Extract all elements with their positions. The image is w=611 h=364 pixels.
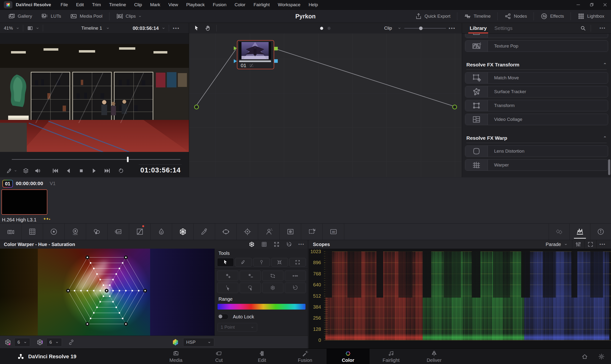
- menu-item-help[interactable]: Help: [309, 2, 318, 7]
- palette-power-window[interactable]: [215, 223, 237, 240]
- expand-panel-icon[interactable]: [273, 241, 280, 247]
- palette-color-match[interactable]: [22, 223, 43, 240]
- node-zoom-slider[interactable]: [404, 28, 446, 29]
- panel-toggle-info[interactable]: [590, 223, 611, 240]
- hue-range-bar[interactable]: [217, 304, 305, 310]
- tool-collapse[interactable]: [271, 258, 288, 267]
- clip-view-dot[interactable]: [320, 27, 323, 30]
- chevron-down-icon[interactable]: [106, 26, 110, 30]
- timeline-selector[interactable]: Timeline 1: [81, 26, 102, 31]
- menu-item-edit[interactable]: Edit: [76, 2, 84, 7]
- tool-pin[interactable]: [253, 258, 270, 267]
- menu-item-fusion[interactable]: Fusion: [213, 2, 226, 7]
- key-output[interactable]: [274, 59, 278, 63]
- rgb-output[interactable]: [274, 47, 278, 50]
- palette-hdr-grade[interactable]: HDR: [65, 223, 86, 240]
- menu-item-mark[interactable]: Mark: [150, 2, 160, 7]
- clip-thumbnail[interactable]: [1, 189, 47, 215]
- page-tab-fusion[interactable]: Fusion: [284, 349, 326, 364]
- viewer-timecode[interactable]: 00:03:56:14: [133, 26, 159, 31]
- viewer-options-menu[interactable]: •••: [173, 26, 180, 31]
- menu-item-davinci-resolve[interactable]: DaVinci Resolve: [16, 2, 51, 7]
- toolbar-button-effects[interactable]: Effects: [537, 10, 567, 23]
- toolbar-button-quick-export[interactable]: Quick Export: [412, 10, 454, 23]
- palette-rgb-mixer[interactable]: [86, 223, 108, 240]
- tool-point-chain[interactable]: [285, 271, 306, 281]
- panel-toggle-keyframes[interactable]: [549, 223, 570, 240]
- scope-expand-icon[interactable]: [584, 240, 597, 249]
- tool-swap-points[interactable]: [262, 271, 284, 281]
- palette-magic-mask[interactable]: [258, 223, 280, 240]
- tool-mesh-dots[interactable]: [262, 283, 284, 293]
- page-tab-fairlight[interactable]: Fairlight: [369, 349, 413, 364]
- split-screen-icon[interactable]: [27, 25, 33, 31]
- close-icon[interactable]: [602, 2, 608, 7]
- palette-color-warper[interactable]: [172, 223, 194, 240]
- menu-item-clip[interactable]: Clip: [134, 2, 142, 7]
- effect-item-match-move[interactable]: Match Move: [465, 72, 608, 84]
- toolbar-button-nodes[interactable]: Nodes: [501, 10, 530, 23]
- viewer-scrubber[interactable]: [12, 159, 180, 160]
- warper-options-menu[interactable]: •••: [298, 242, 305, 247]
- point-mode-dropdown[interactable]: 1 Point: [217, 323, 257, 332]
- node-options-menu[interactable]: •••: [449, 26, 456, 31]
- palette-color-slice[interactable]: [150, 223, 172, 240]
- effect-item-texture-pop[interactable]: Texture Pop: [465, 40, 608, 52]
- stop-icon[interactable]: [78, 168, 85, 174]
- output-endpoint[interactable]: [452, 105, 457, 109]
- chevron-down-icon[interactable]: [162, 26, 165, 30]
- minimize-icon[interactable]: [576, 2, 581, 7]
- link-divisions-icon[interactable]: [68, 339, 74, 345]
- palette-motion-effects[interactable]: [108, 223, 129, 240]
- effects-scrollbar[interactable]: [608, 159, 610, 175]
- page-tab-edit[interactable]: Edit: [241, 349, 284, 364]
- play-icon[interactable]: [91, 168, 97, 174]
- viewer-playhead[interactable]: [127, 157, 129, 162]
- effect-item-surface-tracker[interactable]: Surface Tracker: [465, 86, 608, 97]
- tool-select-line[interactable]: [217, 283, 238, 293]
- node-zoom-knob[interactable]: [419, 26, 423, 30]
- effect-item[interactable]: [465, 34, 608, 38]
- effect-item-lens-distortion[interactable]: Lens Distortion: [465, 145, 608, 157]
- node-mode-selector[interactable]: Clip: [384, 26, 392, 31]
- tool-point-add[interactable]: [217, 271, 238, 281]
- tool-expand[interactable]: [289, 258, 306, 267]
- rgb-input[interactable]: [234, 46, 237, 50]
- tab-library[interactable]: Library: [470, 23, 487, 33]
- first-frame-icon[interactable]: [52, 167, 59, 174]
- auto-lock-toggle[interactable]: [217, 314, 229, 320]
- panel-toggle-scope-wave[interactable]: [570, 223, 590, 240]
- loop-icon[interactable]: [118, 168, 124, 174]
- hue-divisions-dropdown[interactable]: 6: [14, 338, 30, 347]
- pointer-tool-icon[interactable]: [193, 25, 200, 31]
- chevron-down-icon[interactable]: [36, 26, 40, 30]
- color-space-dropdown[interactable]: HSP: [183, 338, 214, 347]
- menu-item-view[interactable]: View: [168, 2, 178, 7]
- hue-sat-mesh-icon[interactable]: [249, 241, 255, 247]
- page-tab-cut[interactable]: Cut: [197, 349, 241, 364]
- tool-lasso-select[interactable]: [240, 283, 261, 293]
- search-icon[interactable]: [580, 25, 586, 31]
- palette-curves[interactable]: [129, 223, 150, 240]
- tool-draw-curve[interactable]: [235, 258, 252, 267]
- palette-qualifier[interactable]: [194, 223, 215, 240]
- scope-options-menu[interactable]: •••: [597, 240, 609, 249]
- menu-item-timeline[interactable]: Timeline: [109, 2, 126, 7]
- effects-section-header[interactable]: Resolve FX Transform: [466, 62, 607, 68]
- last-frame-icon[interactable]: [104, 167, 111, 174]
- chevron-down-icon[interactable]: [14, 169, 17, 172]
- menu-item-color[interactable]: Color: [234, 2, 245, 7]
- hue-saturation-field[interactable]: [0, 249, 214, 336]
- reset-palette-icon[interactable]: [286, 241, 292, 247]
- chroma-luma-grid-icon[interactable]: [261, 241, 267, 247]
- unmix-icon[interactable]: [23, 168, 29, 174]
- tool-undo[interactable]: [285, 283, 306, 293]
- tool-point-minus[interactable]: [240, 271, 261, 281]
- toolbar-button-clips[interactable]: Clips: [113, 10, 145, 23]
- palette-color-wheels[interactable]: [43, 223, 65, 240]
- toolbar-button-timeline[interactable]: Timeline: [461, 10, 494, 23]
- scope-settings-icon[interactable]: [572, 240, 584, 249]
- toolbar-button-luts[interactable]: LUTs: [38, 10, 64, 23]
- palette-camera-raw[interactable]: [0, 223, 22, 240]
- chevron-down-icon[interactable]: [16, 26, 20, 30]
